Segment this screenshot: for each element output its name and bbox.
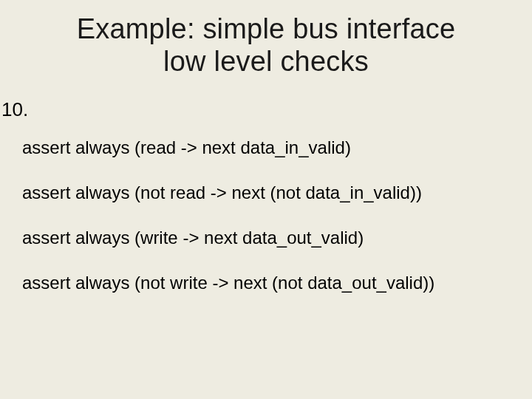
list-number: 10. xyxy=(0,98,532,121)
assertion-line: assert always (write -> next data_out_va… xyxy=(0,228,532,249)
slide-title: Example: simple bus interface low level … xyxy=(0,0,532,78)
title-line-1: Example: simple bus interface xyxy=(77,13,456,44)
slide: Example: simple bus interface low level … xyxy=(0,0,532,399)
assertion-line: assert always (not read -> next (not dat… xyxy=(0,183,532,204)
assertion-line: assert always (not write -> next (not da… xyxy=(0,273,532,294)
assertion-line: assert always (read -> next data_in_vali… xyxy=(0,137,532,159)
title-line-2: low level checks xyxy=(163,46,369,77)
content-area: 10. assert always (read -> next data_in_… xyxy=(0,78,532,293)
